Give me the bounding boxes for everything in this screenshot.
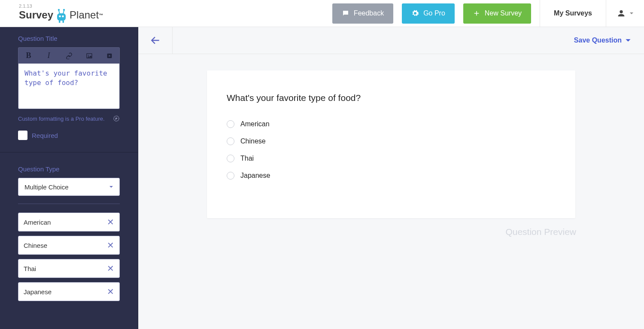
remove-choice-button[interactable]: ✕ <box>105 262 116 275</box>
new-survey-label: New Survey <box>485 9 522 17</box>
version-label: 2.1.13 <box>19 3 32 9</box>
go-pro-button[interactable]: Go Pro <box>402 3 455 24</box>
radio-icon <box>227 155 234 162</box>
plus-icon <box>473 9 480 17</box>
question-type-value: Multiple Choice <box>24 183 69 191</box>
new-survey-button[interactable]: New Survey <box>463 3 531 24</box>
logo-word-planet: Planet <box>70 9 99 21</box>
svg-line-2 <box>59 11 60 14</box>
clear-format-button[interactable] <box>99 48 119 64</box>
my-surveys-label: My Surveys <box>554 9 592 17</box>
close-icon <box>106 52 113 59</box>
preview-question-title: What's your favorite type of food? <box>227 93 556 103</box>
option-label: American <box>240 120 270 128</box>
radio-icon <box>227 137 234 145</box>
italic-button[interactable]: I <box>39 48 59 64</box>
image-icon <box>86 52 93 59</box>
save-question-label: Save Question <box>574 37 622 44</box>
feedback-label: Feedback <box>354 9 384 17</box>
svg-point-10 <box>88 55 89 55</box>
remove-choice-button[interactable]: ✕ <box>105 238 116 252</box>
chevron-down-icon <box>629 11 634 15</box>
question-type-select[interactable]: Multiple Choice <box>18 178 120 196</box>
chat-icon <box>342 9 349 17</box>
chevron-down-icon <box>109 185 113 189</box>
required-checkbox[interactable] <box>18 131 27 140</box>
divider <box>18 204 120 204</box>
link-button[interactable] <box>59 48 79 64</box>
choice-input[interactable] <box>24 242 105 249</box>
logo[interactable]: Survey Planet ™ <box>19 9 103 21</box>
my-surveys-link[interactable]: My Surveys <box>540 0 606 27</box>
trademark-icon: ™ <box>99 13 103 18</box>
choice-row: ✕ <box>18 282 120 301</box>
remove-choice-button[interactable]: ✕ <box>105 285 116 299</box>
question-type-label: Question Type <box>18 165 120 173</box>
option-label: Japanese <box>240 172 270 180</box>
svg-point-5 <box>59 15 61 18</box>
preview-card: What's your favorite type of food? Ameri… <box>207 70 575 218</box>
gear-icon <box>411 9 419 17</box>
svg-line-3 <box>63 11 64 14</box>
required-label: Required <box>32 132 58 139</box>
choice-input[interactable] <box>24 219 105 226</box>
preview-option[interactable]: Chinese <box>227 137 556 145</box>
svg-point-1 <box>63 9 65 11</box>
logo-word-survey: Survey <box>19 9 53 21</box>
choice-input[interactable] <box>24 265 105 272</box>
user-icon <box>617 9 626 18</box>
svg-rect-8 <box>63 21 64 23</box>
choice-row: ✕ <box>18 236 120 255</box>
go-pro-label: Go Pro <box>423 9 445 17</box>
radio-icon <box>227 172 234 180</box>
option-label: Thai <box>240 155 254 162</box>
main-area: Save Question What's your favorite type … <box>138 27 644 329</box>
svg-point-6 <box>62 15 64 18</box>
arrow-left-icon <box>150 35 161 46</box>
remove-choice-button[interactable]: ✕ <box>105 215 116 229</box>
radio-icon <box>227 120 234 128</box>
bold-button[interactable]: B <box>18 48 39 64</box>
app-header: 2.1.13 Survey Planet ™ Feedback Go Pro <box>0 0 644 27</box>
preview-option[interactable]: Japanese <box>227 172 556 180</box>
question-title-input[interactable] <box>18 64 120 109</box>
user-menu[interactable] <box>606 0 644 27</box>
alien-icon <box>55 9 68 23</box>
back-button[interactable] <box>138 27 173 54</box>
save-question-button[interactable]: Save Question <box>574 37 631 44</box>
editor-sidebar: Question Title B I Custom formatting is … <box>0 27 138 329</box>
preview-option[interactable]: Thai <box>227 155 556 162</box>
preview-caption: Question Preview <box>505 227 576 237</box>
question-title-label: Question Title <box>18 35 120 42</box>
image-button[interactable] <box>79 48 99 64</box>
choice-input[interactable] <box>24 288 105 295</box>
option-label: Chinese <box>240 137 266 145</box>
format-toolbar: B I <box>18 47 120 64</box>
feedback-button[interactable]: Feedback <box>332 3 393 24</box>
pro-badge-icon: P <box>113 115 120 122</box>
choice-row: ✕ <box>18 259 120 278</box>
preview-option[interactable]: American <box>227 120 556 128</box>
main-toolbar: Save Question <box>138 27 644 54</box>
svg-rect-7 <box>59 21 61 23</box>
choice-row: ✕ <box>18 213 120 232</box>
svg-point-0 <box>58 9 60 11</box>
link-icon <box>66 52 73 59</box>
svg-text:P: P <box>115 117 118 120</box>
chevron-down-icon <box>625 37 631 43</box>
svg-rect-4 <box>57 13 66 21</box>
pro-note-label: Custom formatting is a Pro feature. <box>18 116 105 122</box>
